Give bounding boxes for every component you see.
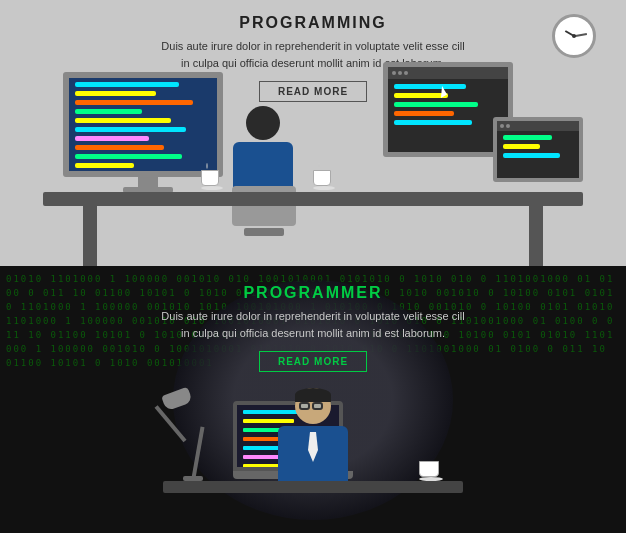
lamp-arm2 [155,405,187,442]
programmer-figure [223,106,303,192]
programmer-head [246,106,280,140]
programmer-glasses [299,402,323,410]
clock [552,14,596,58]
dot-3 [404,71,408,75]
lamp-arm1 [191,426,204,481]
desk [33,86,593,266]
bottom-cup [419,461,443,481]
cup-right-saucer [313,186,335,190]
programmer-body [233,142,293,192]
lamp-head [161,387,193,412]
desk-lamp [163,391,223,481]
bottom-programmer-head [295,388,331,424]
bottom-programmer-body [278,426,348,481]
monitor-header [388,67,508,79]
small-dot-1 [500,124,504,128]
cup-right-steam [318,163,320,169]
bottom-cup-body [419,461,439,477]
cup-right [313,170,335,192]
bottom-scene [143,363,483,533]
desk-surface [43,192,583,206]
desk-leg-left [83,204,97,266]
monitor-right-small [493,117,583,182]
cup-left-steam [206,163,208,169]
cup-left [201,170,223,192]
bottom-section: 01010 1101000 1 100000 001010 010 100101… [0,266,626,533]
desk-leg-right [529,204,543,266]
cup-left-saucer [201,186,223,190]
chair-base [244,228,284,236]
bottom-description: Duis aute irure dolor in reprehenderit i… [158,308,468,341]
bottom-desk-surface [163,481,463,493]
clock-center-dot [572,34,576,38]
bottom-programmer-figure [278,388,348,481]
clock-face [556,18,592,54]
monitor-left-stand [138,177,158,187]
dot-2 [398,71,402,75]
top-title: PROGRAMMING [239,14,386,32]
programmer-tie [308,432,318,462]
cup-right-body [313,170,331,186]
cup-left-body [201,170,219,186]
top-scene [0,86,626,266]
monitor-right-area [383,62,583,192]
glass-lens-left [299,402,310,410]
glass-lens-right [312,402,323,410]
monitor-small-header [497,121,579,131]
monitor-left-screen [63,72,223,177]
top-section: PROGRAMMING Duis aute irure dolor in rep… [0,0,626,266]
programmer-hair [295,388,331,402]
dot-1 [392,71,396,75]
small-dot-2 [506,124,510,128]
bottom-title: PROGRAMMER [243,284,382,302]
